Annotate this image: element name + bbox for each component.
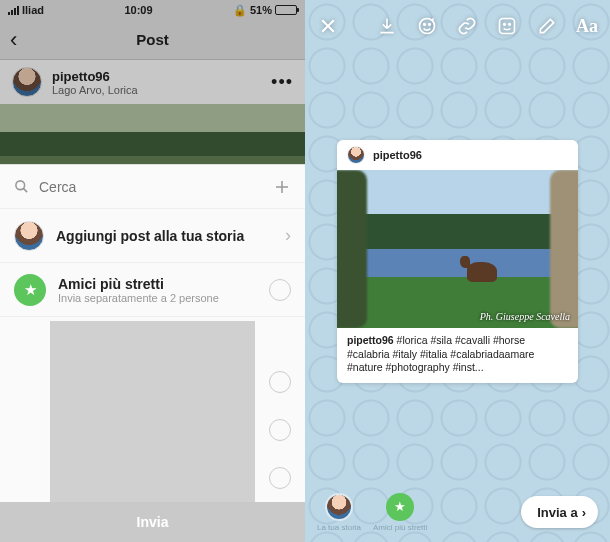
share-sheet: Aggiungi post alla tua storia › ★ Amici …	[0, 164, 305, 542]
close-friends-subtitle: Invia separatamente a 2 persone	[58, 292, 219, 304]
chevron-right-icon: ›	[582, 505, 586, 520]
card-image: Ph. Giuseppe Scavella	[337, 170, 578, 328]
page-title: Post	[136, 31, 169, 48]
more-options-icon[interactable]: •••	[271, 72, 293, 93]
svg-point-7	[424, 24, 426, 26]
radio-unselected[interactable]	[269, 419, 291, 441]
avatar	[347, 146, 365, 164]
svg-point-11	[509, 24, 511, 26]
svg-point-10	[504, 24, 506, 26]
right-screen-story-editor: Aa pipetto96 Ph. Giuseppe Scavella pipet…	[305, 0, 610, 542]
svg-point-0	[16, 181, 25, 190]
search-input[interactable]	[39, 179, 263, 195]
story-bottom-bar: La tua storia ★ Amici più stretti Invia …	[305, 490, 610, 534]
orientation-lock-icon: 🔒	[233, 4, 247, 17]
add-to-story-row[interactable]: Aggiungi post alla tua storia ›	[0, 209, 305, 263]
add-to-story-label: Aggiungi post alla tua storia	[56, 228, 244, 244]
svg-rect-9	[500, 19, 515, 34]
card-header: pipetto96	[337, 140, 578, 170]
radio-unselected[interactable]	[269, 371, 291, 393]
battery-icon	[275, 5, 297, 15]
close-icon[interactable]	[317, 15, 339, 37]
carrier-label: Iliad	[22, 4, 44, 16]
svg-point-8	[429, 24, 431, 26]
add-recipient-icon[interactable]	[273, 178, 291, 196]
status-bar: Iliad 10:09 🔒 51%	[0, 0, 305, 20]
post-location[interactable]: Lago Arvo, Lorica	[52, 84, 261, 96]
svg-line-1	[23, 188, 27, 192]
star-icon: ★	[386, 493, 414, 521]
star-icon: ★	[14, 274, 46, 306]
close-friends-row[interactable]: ★ Amici più stretti Invia separatamente …	[0, 263, 305, 317]
search-row	[0, 165, 305, 209]
link-icon[interactable]	[456, 15, 478, 37]
send-button[interactable]: Invia	[0, 502, 305, 542]
clock: 10:09	[124, 4, 152, 16]
post-username[interactable]: pipetto96	[52, 69, 261, 84]
image-watermark: Ph. Giuseppe Scavella	[480, 311, 570, 322]
chevron-right-icon: ›	[285, 225, 291, 246]
card-caption: pipetto96 #lorica #sila #cavalli #horse …	[337, 328, 578, 383]
search-icon	[14, 179, 29, 194]
avatar[interactable]	[12, 67, 42, 97]
close-friends-destination[interactable]: ★ Amici più stretti	[373, 493, 427, 532]
card-username: pipetto96	[373, 149, 422, 161]
back-chevron-icon[interactable]: ‹	[10, 27, 17, 53]
sticker-icon[interactable]	[496, 15, 518, 37]
avatar	[327, 495, 351, 519]
close-friends-title: Amici più stretti	[58, 276, 219, 292]
post-header: pipetto96 Lago Arvo, Lorica •••	[0, 60, 305, 104]
nav-header: ‹ Post	[0, 20, 305, 60]
signal-icon	[8, 6, 19, 15]
text-icon[interactable]: Aa	[576, 15, 598, 37]
battery-pct: 51%	[250, 4, 272, 16]
download-icon[interactable]	[376, 15, 398, 37]
radio-unselected[interactable]	[269, 467, 291, 489]
your-story-destination[interactable]: La tua storia	[317, 493, 361, 532]
send-to-button[interactable]: Invia a ›	[521, 496, 598, 528]
left-screen-share-sheet: Iliad 10:09 🔒 51% ‹ Post pipetto96 Lago …	[0, 0, 305, 542]
recipient-list	[0, 317, 305, 503]
face-filter-icon[interactable]	[416, 15, 438, 37]
draw-icon[interactable]	[536, 15, 558, 37]
story-toolbar: Aa	[305, 8, 610, 44]
avatar	[14, 221, 44, 251]
radio-unselected[interactable]	[269, 279, 291, 301]
shared-post-card[interactable]: pipetto96 Ph. Giuseppe Scavella pipetto9…	[337, 140, 578, 383]
